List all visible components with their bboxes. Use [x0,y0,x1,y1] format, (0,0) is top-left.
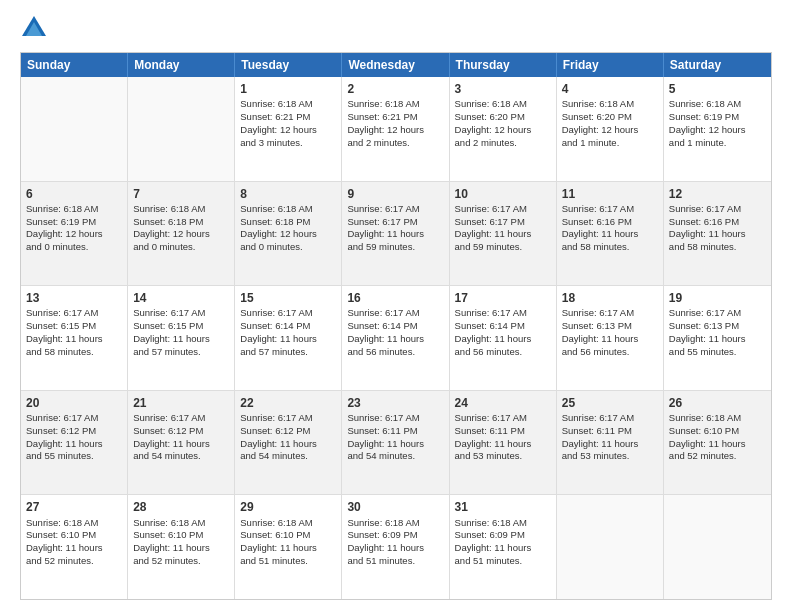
day-info: Sunrise: 6:17 AM [455,307,551,320]
calendar-header: SundayMondayTuesdayWednesdayThursdayFrid… [21,53,771,77]
day-info: and 58 minutes. [26,346,122,359]
day-number: 17 [455,290,551,306]
calendar-cell: 23Sunrise: 6:17 AMSunset: 6:11 PMDayligh… [342,391,449,495]
day-number: 10 [455,186,551,202]
day-info: Sunset: 6:19 PM [26,216,122,229]
day-info: Sunset: 6:11 PM [347,425,443,438]
calendar-cell: 11Sunrise: 6:17 AMSunset: 6:16 PMDayligh… [557,182,664,286]
day-info: Sunrise: 6:18 AM [26,517,122,530]
day-number: 23 [347,395,443,411]
day-info: and 54 minutes. [133,450,229,463]
day-info: Sunrise: 6:17 AM [347,307,443,320]
calendar-cell: 13Sunrise: 6:17 AMSunset: 6:15 PMDayligh… [21,286,128,390]
calendar-cell: 9Sunrise: 6:17 AMSunset: 6:17 PMDaylight… [342,182,449,286]
calendar-cell: 20Sunrise: 6:17 AMSunset: 6:12 PMDayligh… [21,391,128,495]
day-number: 7 [133,186,229,202]
day-info: Sunset: 6:12 PM [240,425,336,438]
calendar-cell: 31Sunrise: 6:18 AMSunset: 6:09 PMDayligh… [450,495,557,599]
calendar-cell: 28Sunrise: 6:18 AMSunset: 6:10 PMDayligh… [128,495,235,599]
day-info: and 58 minutes. [669,241,766,254]
day-info: Sunset: 6:15 PM [133,320,229,333]
day-number: 20 [26,395,122,411]
day-number: 6 [26,186,122,202]
day-info: Sunset: 6:18 PM [240,216,336,229]
day-number: 21 [133,395,229,411]
day-info: and 57 minutes. [240,346,336,359]
day-info: Sunset: 6:10 PM [669,425,766,438]
day-info: Sunrise: 6:18 AM [26,203,122,216]
day-info: Daylight: 12 hours [669,124,766,137]
day-info: Sunrise: 6:18 AM [240,517,336,530]
day-info: Sunrise: 6:17 AM [562,412,658,425]
day-info: Daylight: 11 hours [133,542,229,555]
calendar-cell: 22Sunrise: 6:17 AMSunset: 6:12 PMDayligh… [235,391,342,495]
page: SundayMondayTuesdayWednesdayThursdayFrid… [0,0,792,612]
calendar-cell: 1Sunrise: 6:18 AMSunset: 6:21 PMDaylight… [235,77,342,181]
calendar-cell: 30Sunrise: 6:18 AMSunset: 6:09 PMDayligh… [342,495,449,599]
day-number: 8 [240,186,336,202]
day-number: 31 [455,499,551,515]
day-info: Daylight: 11 hours [669,228,766,241]
day-info: and 56 minutes. [347,346,443,359]
day-number: 13 [26,290,122,306]
calendar-row-1: 1Sunrise: 6:18 AMSunset: 6:21 PMDaylight… [21,77,771,181]
day-info: Daylight: 11 hours [562,228,658,241]
calendar-cell [664,495,771,599]
day-info: and 54 minutes. [347,450,443,463]
day-info: Sunset: 6:14 PM [240,320,336,333]
day-info: Sunset: 6:19 PM [669,111,766,124]
day-info: Sunrise: 6:17 AM [669,203,766,216]
day-number: 28 [133,499,229,515]
day-info: Sunset: 6:16 PM [562,216,658,229]
day-info: Sunrise: 6:17 AM [26,412,122,425]
calendar-row-5: 27Sunrise: 6:18 AMSunset: 6:10 PMDayligh… [21,494,771,599]
day-info: and 56 minutes. [562,346,658,359]
day-info: Sunset: 6:21 PM [240,111,336,124]
day-info: Daylight: 11 hours [669,333,766,346]
header-cell-tuesday: Tuesday [235,53,342,77]
calendar-cell: 24Sunrise: 6:17 AMSunset: 6:11 PMDayligh… [450,391,557,495]
day-info: Sunset: 6:20 PM [562,111,658,124]
day-info: Daylight: 12 hours [562,124,658,137]
calendar-body: 1Sunrise: 6:18 AMSunset: 6:21 PMDaylight… [21,77,771,599]
day-info: Sunrise: 6:17 AM [347,412,443,425]
header-cell-sunday: Sunday [21,53,128,77]
day-info: Sunrise: 6:18 AM [455,98,551,111]
header-cell-wednesday: Wednesday [342,53,449,77]
day-info: and 52 minutes. [669,450,766,463]
logo [20,16,52,44]
day-info: Daylight: 11 hours [347,542,443,555]
day-number: 22 [240,395,336,411]
day-info: Sunrise: 6:17 AM [240,412,336,425]
day-info: Daylight: 11 hours [562,438,658,451]
day-info: Sunrise: 6:18 AM [347,98,443,111]
day-info: Sunset: 6:20 PM [455,111,551,124]
day-info: Daylight: 11 hours [455,333,551,346]
day-info: Sunset: 6:10 PM [26,529,122,542]
header [20,16,772,44]
day-info: Daylight: 11 hours [26,333,122,346]
calendar-cell [21,77,128,181]
day-number: 2 [347,81,443,97]
day-info: Sunrise: 6:18 AM [133,517,229,530]
day-info: Sunset: 6:09 PM [347,529,443,542]
day-info: Sunset: 6:09 PM [455,529,551,542]
day-info: and 3 minutes. [240,137,336,150]
header-cell-monday: Monday [128,53,235,77]
calendar-cell: 12Sunrise: 6:17 AMSunset: 6:16 PMDayligh… [664,182,771,286]
day-info: Daylight: 12 hours [347,124,443,137]
day-info: Sunset: 6:13 PM [669,320,766,333]
calendar-cell [557,495,664,599]
day-number: 26 [669,395,766,411]
day-number: 11 [562,186,658,202]
day-info: Sunrise: 6:17 AM [455,412,551,425]
day-info: and 58 minutes. [562,241,658,254]
calendar-cell: 25Sunrise: 6:17 AMSunset: 6:11 PMDayligh… [557,391,664,495]
day-info: Daylight: 12 hours [133,228,229,241]
day-info: Sunset: 6:11 PM [562,425,658,438]
calendar-cell: 29Sunrise: 6:18 AMSunset: 6:10 PMDayligh… [235,495,342,599]
calendar-row-3: 13Sunrise: 6:17 AMSunset: 6:15 PMDayligh… [21,285,771,390]
day-info: Daylight: 12 hours [455,124,551,137]
day-info: Daylight: 11 hours [562,333,658,346]
day-info: Daylight: 11 hours [347,438,443,451]
